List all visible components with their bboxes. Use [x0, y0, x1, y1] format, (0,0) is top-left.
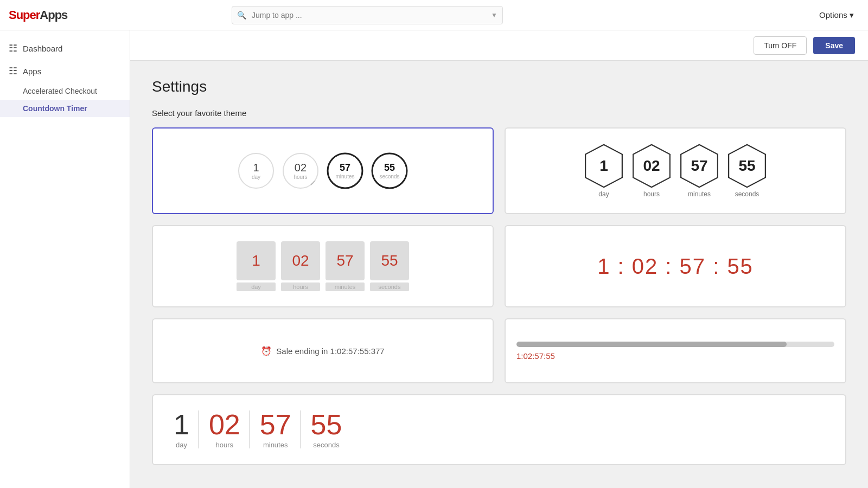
hex-unit-hours: 02 hours — [632, 144, 671, 198]
save-button[interactable]: Save — [813, 37, 855, 54]
theme-card-boxes[interactable]: 1 day 02 hours 57 — [152, 225, 494, 307]
box-seconds-num: 55 — [381, 252, 398, 269]
turn-off-button[interactable]: Turn OFF — [754, 36, 807, 55]
progress-timer: 1:02:57:55 — [516, 342, 834, 361]
circle-unit-day: 1 day — [237, 151, 276, 190]
hexagon-day: 1 — [584, 144, 623, 188]
circle-unit-seconds: 55 seconds — [370, 151, 409, 190]
circle-unit-hours: 02 hours — [281, 151, 320, 190]
box-hours-label: hours — [281, 282, 320, 291]
section-label: Select your favorite theme — [152, 108, 846, 118]
hex-minutes-num: 57 — [691, 157, 707, 175]
sidebar-apps-label: Apps — [23, 67, 41, 76]
app-logo: SuperApps — [9, 8, 67, 22]
sidebar-item-apps[interactable]: ☷ Apps — [0, 60, 130, 82]
sidebar: ☷ Dashboard ☷ Apps Accelerated Checkout … — [0, 30, 130, 488]
circle-minutes-label: minutes — [335, 174, 354, 179]
box-timer: 1 day 02 hours 57 — [237, 241, 409, 291]
sidebar-item-countdown-timer[interactable]: Countdown Timer — [0, 100, 130, 117]
circle-hours-ring: 02 hours — [281, 151, 320, 190]
circle-seconds-label: seconds — [379, 174, 399, 179]
circle-day-num: 1 — [253, 162, 259, 174]
box-hours-square: 02 — [281, 241, 320, 280]
options-button[interactable]: Options ▾ — [814, 7, 859, 23]
progress-time-text: 1:02:57:55 — [516, 351, 834, 361]
circle-hours-label: hours — [293, 174, 307, 180]
box-day-square: 1 — [237, 241, 276, 280]
theme-card-circles[interactable]: 1 day — [152, 127, 494, 214]
circle-day-label: day — [252, 174, 260, 180]
divider-minutes-label: minutes — [263, 441, 288, 449]
clock-icon: ⏰ — [261, 346, 272, 356]
divider-day-label: day — [176, 441, 187, 449]
box-minutes-square: 57 — [326, 241, 365, 280]
theme-grid: 1 day — [152, 127, 846, 465]
countdown-timer-label: Countdown Timer — [23, 104, 87, 113]
theme-card-progress[interactable]: 1:02:57:55 — [505, 318, 846, 383]
apps-icon: ☷ — [9, 65, 17, 77]
box-unit-minutes: 57 minutes — [326, 241, 365, 291]
main-layout: ☷ Dashboard ☷ Apps Accelerated Checkout … — [0, 30, 868, 488]
divider-timer: 1 day 02 hours 57 minutes 55 — [164, 410, 352, 449]
progress-bar-track — [516, 342, 834, 347]
divider-unit-day: 1 day — [164, 410, 199, 449]
sidebar-item-dashboard[interactable]: ☷ Dashboard — [0, 37, 130, 60]
hex-unit-minutes: 57 minutes — [680, 144, 719, 198]
divider-unit-hours: 02 hours — [199, 410, 250, 449]
circle-day-ring: 1 day — [237, 151, 276, 190]
action-bar: Turn OFF Save — [130, 30, 868, 61]
box-day-label: day — [237, 282, 276, 291]
sale-timer-text: Sale ending in 1:02:57:55:377 — [276, 346, 384, 356]
divider-day-num: 1 — [174, 410, 189, 439]
sidebar-item-accelerated-checkout[interactable]: Accelerated Checkout — [0, 82, 130, 100]
box-seconds-label: seconds — [370, 282, 409, 291]
divider-unit-seconds: 55 seconds — [301, 410, 352, 449]
theme-card-colon[interactable]: 1 : 02 : 57 : 55 — [505, 225, 846, 307]
settings-content: Settings Select your favorite theme — [130, 61, 868, 483]
circles-timer: 1 day — [237, 151, 409, 190]
box-unit-hours: 02 hours — [281, 241, 320, 291]
topnav-right: Options ▾ — [814, 7, 859, 23]
hex-unit-day: 1 day — [584, 144, 623, 198]
divider-hours-label: hours — [216, 441, 234, 449]
hex-unit-seconds: 55 seconds — [727, 144, 767, 198]
divider-unit-minutes: 57 minutes — [250, 410, 301, 449]
hex-hours-label: hours — [643, 190, 660, 198]
theme-card-sale[interactable]: ⏰ Sale ending in 1:02:57:55:377 — [152, 318, 494, 383]
box-unit-day: 1 day — [237, 241, 276, 291]
hex-timer: 1 day 02 hours — [584, 144, 767, 198]
hex-hours-num: 02 — [643, 157, 660, 175]
accelerated-checkout-label: Accelerated Checkout — [23, 87, 97, 95]
box-hours-num: 02 — [292, 252, 309, 269]
hex-day-label: day — [598, 190, 609, 198]
dashboard-icon: ☷ — [9, 42, 17, 54]
hexagon-hours: 02 — [632, 144, 671, 188]
circle-minutes-ring: 57 minutes — [326, 151, 365, 190]
circle-minutes-num: 57 — [340, 162, 350, 174]
sale-timer: ⏰ Sale ending in 1:02:57:55:377 — [261, 346, 384, 356]
search-input[interactable] — [232, 6, 503, 24]
colon-timer: 1 : 02 : 57 : 55 — [597, 254, 754, 279]
hex-seconds-num: 55 — [738, 157, 755, 175]
divider-minutes-num: 57 — [260, 410, 291, 439]
hex-seconds-label: seconds — [735, 190, 760, 198]
divider-hours-num: 02 — [209, 410, 240, 439]
box-minutes-num: 57 — [336, 252, 353, 269]
chevron-down-icon: ▼ — [491, 11, 497, 19]
hex-minutes-label: minutes — [688, 190, 711, 198]
circle-hours-num: 02 — [295, 162, 307, 174]
box-day-num: 1 — [252, 252, 260, 269]
theme-card-divider[interactable]: 1 day 02 hours 57 minutes 55 — [152, 394, 846, 465]
box-seconds-square: 55 — [370, 241, 409, 280]
divider-seconds-num: 55 — [311, 410, 342, 439]
main-content: Turn OFF Save Settings Select your favor… — [130, 30, 868, 488]
circle-seconds-ring: 55 seconds — [370, 151, 409, 190]
sidebar-dashboard-label: Dashboard — [23, 44, 62, 53]
hexagon-seconds: 55 — [727, 144, 767, 188]
top-navigation: SuperApps 🔍 ▼ Options ▾ — [0, 0, 868, 30]
box-unit-seconds: 55 seconds — [370, 241, 409, 291]
theme-card-hexagons[interactable]: 1 day 02 hours — [505, 127, 846, 214]
search-icon: 🔍 — [237, 11, 246, 20]
box-minutes-label: minutes — [326, 282, 365, 291]
search-bar[interactable]: 🔍 ▼ — [232, 6, 503, 24]
